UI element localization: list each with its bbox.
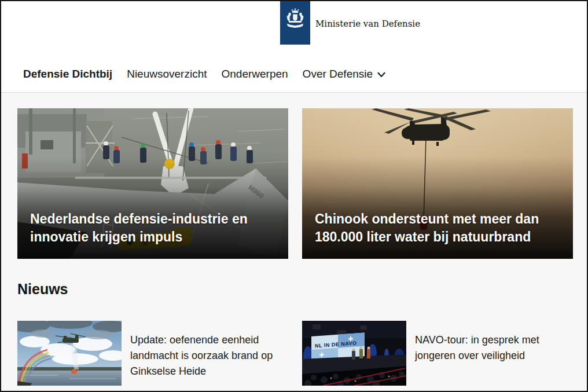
main-content: M860 Nederlandse defens [1,93,587,390]
news-item-ginkselse-heide[interactable]: Update: oefenende eenheid landmacht is o… [17,321,288,386]
hero-row: M860 Nederlandse defens [17,108,571,259]
nav-label: Onderwerpen [221,68,288,80]
main-navigation: Defensie Dichtbij Nieuwsoverzicht Onderw… [1,56,587,92]
nav-item-nieuwsoverzicht[interactable]: Nieuwsoverzicht [127,68,207,80]
news-title: NAVO-tour: in gesprek met jongeren over … [415,321,573,386]
nav-item-over-defensie[interactable]: Over Defensie [303,68,385,80]
nav-label: Defensie Dichtbij [23,68,112,80]
nav-item-defensie-dichtbij[interactable]: Defensie Dichtbij [23,68,112,80]
news-section-heading: Nieuws [17,280,571,298]
rijksoverheid-logo[interactable] [280,1,310,45]
news-title: Update: oefenende eenheid landmacht is o… [130,321,288,386]
ministry-name: Ministerie van Defensie [315,19,420,29]
page: Ministerie van Defensie Defensie Dichtbi… [0,0,588,392]
nav-label: Nieuwsoverzicht [127,68,207,80]
nav-item-onderwerpen[interactable]: Onderwerpen [221,68,288,80]
hero-title: Chinook ondersteunt met meer dan 180.000… [315,210,561,246]
hero-article-chinook-natuurbrand[interactable]: Chinook ondersteunt met meer dan 180.000… [302,108,573,259]
nav-label: Over Defensie [303,68,373,80]
hero-title: Nederlandse defensie-industrie en innova… [30,210,277,246]
hero-article-defensie-industrie[interactable]: M860 Nederlandse defens [17,108,288,259]
header: Ministerie van Defensie [1,1,587,56]
government-emblem-icon [284,8,306,39]
news-thumbnail-navo-stage: NL IN DE NAVO [302,321,406,386]
chevron-down-icon [377,68,385,80]
news-thumbnail-chinook-rainbow [17,321,122,386]
news-row: Update: oefenende eenheid landmacht is o… [17,321,571,386]
news-item-navo-tour[interactable]: NL IN DE NAVO [302,321,573,386]
